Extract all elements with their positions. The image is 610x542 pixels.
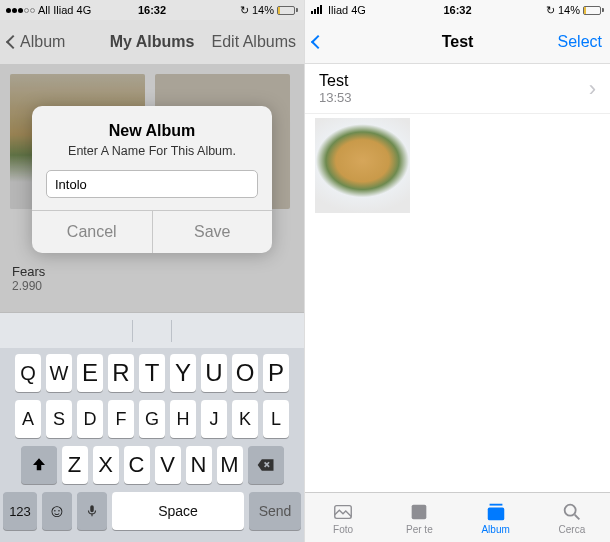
numeric-key[interactable]: 123 (3, 492, 37, 530)
photos-icon (331, 501, 355, 523)
key-m[interactable]: M (217, 446, 243, 484)
key-t[interactable]: T (139, 354, 165, 392)
refresh-icon: ↻ (240, 4, 249, 17)
tab-foto[interactable]: Foto (305, 493, 381, 542)
tab-bar: Foto Per te Album Cerca (305, 492, 610, 542)
svg-rect-0 (311, 11, 313, 14)
nav-right-label: Select (558, 33, 602, 51)
backspace-icon (256, 455, 276, 475)
nav-back-button[interactable]: Album (8, 33, 152, 51)
search-icon (560, 501, 584, 523)
alert-title: New Album (46, 122, 258, 140)
albums-content: Fears 2.990 New Album Enter A Name For T… (0, 64, 304, 312)
save-button[interactable]: Save (153, 211, 273, 253)
signal-icon (6, 8, 35, 13)
key-x[interactable]: X (93, 446, 119, 484)
carrier-label: All Iliad 4G (38, 4, 91, 16)
clock-label: 16:32 (443, 4, 471, 16)
key-c[interactable]: C (124, 446, 150, 484)
mic-icon (85, 502, 99, 520)
nav-right-label: Edit Albums (212, 33, 296, 51)
key-l[interactable]: L (263, 400, 289, 438)
clock-label: 16:32 (138, 4, 166, 16)
dictation-key[interactable] (77, 492, 107, 530)
nav-select-button[interactable]: Select (458, 33, 603, 51)
battery-icon (277, 6, 298, 15)
alert-message: Enter A Name For This Album. (46, 144, 258, 158)
nav-bar: Album My Albums Edit Albums (0, 20, 304, 64)
key-a[interactable]: A (15, 400, 41, 438)
status-bar: Iliad 4G 16:32 ↻ 14% (305, 0, 610, 20)
tab-label: Cerca (559, 524, 586, 535)
key-y[interactable]: Y (170, 354, 196, 392)
chevron-left-icon (6, 35, 20, 49)
tab-cerca[interactable]: Cerca (534, 493, 610, 542)
tab-label: Album (481, 524, 509, 535)
svg-rect-2 (317, 7, 319, 14)
key-d[interactable]: D (77, 400, 103, 438)
keyboard-suggestions (0, 312, 304, 348)
battery-pct-label: 14% (252, 4, 274, 16)
key-z[interactable]: Z (62, 446, 88, 484)
tab-label: Foto (333, 524, 353, 535)
album-icon (484, 501, 508, 523)
battery-icon (583, 6, 604, 15)
emoji-key[interactable]: ☺ (42, 492, 72, 530)
key-k[interactable]: K (232, 400, 258, 438)
album-header-row[interactable]: Test 13:53 › (305, 64, 610, 114)
album-name-input[interactable] (46, 170, 258, 198)
shift-icon (30, 456, 48, 474)
for-you-icon (407, 501, 431, 523)
svg-rect-6 (489, 503, 502, 505)
svg-rect-1 (314, 9, 316, 14)
svg-rect-5 (412, 504, 427, 519)
nav-back-button[interactable] (313, 37, 458, 47)
signal-bars-icon (311, 4, 325, 16)
album-header-time: 13:53 (319, 90, 589, 105)
key-q[interactable]: Q (15, 354, 41, 392)
key-h[interactable]: H (170, 400, 196, 438)
tab-album[interactable]: Album (458, 493, 534, 542)
nav-edit-button[interactable]: Edit Albums (152, 33, 296, 51)
key-g[interactable]: G (139, 400, 165, 438)
chevron-left-icon (311, 34, 325, 48)
photo-thumbnail[interactable] (315, 118, 410, 213)
key-n[interactable]: N (186, 446, 212, 484)
battery-pct-label: 14% (558, 4, 580, 16)
carrier-label: Iliad 4G (328, 4, 366, 16)
refresh-icon: ↻ (546, 4, 555, 17)
album-detail-content: Test 13:53 › (305, 64, 610, 492)
space-key[interactable]: Space (112, 492, 244, 530)
tab-label: Per te (406, 524, 433, 535)
album-header-title: Test (319, 72, 589, 90)
svg-line-9 (575, 514, 580, 519)
keyboard: Q W E R T Y U O P A S D F G H J K L Z X … (0, 348, 304, 542)
status-bar: All Iliad 4G 16:32 ↻ 14% (0, 0, 304, 20)
key-v[interactable]: V (155, 446, 181, 484)
emoji-icon: ☺ (48, 501, 66, 522)
key-p[interactable]: P (263, 354, 289, 392)
nav-back-label: Album (20, 33, 65, 51)
nav-bar: Test Select (305, 20, 610, 64)
key-o[interactable]: O (232, 354, 258, 392)
key-f[interactable]: F (108, 400, 134, 438)
svg-rect-7 (487, 507, 504, 520)
svg-rect-3 (320, 5, 322, 14)
cancel-button[interactable]: Cancel (32, 211, 153, 253)
tab-per-te[interactable]: Per te (381, 493, 457, 542)
key-e[interactable]: E (77, 354, 103, 392)
shift-key[interactable] (21, 446, 57, 484)
chevron-right-icon: › (589, 76, 596, 102)
send-key[interactable]: Send (249, 492, 301, 530)
svg-point-8 (565, 504, 576, 515)
new-album-alert: New Album Enter A Name For This Album. C… (32, 106, 272, 253)
key-r[interactable]: R (108, 354, 134, 392)
key-s[interactable]: S (46, 400, 72, 438)
key-w[interactable]: W (46, 354, 72, 392)
backspace-key[interactable] (248, 446, 284, 484)
key-u[interactable]: U (201, 354, 227, 392)
key-j[interactable]: J (201, 400, 227, 438)
